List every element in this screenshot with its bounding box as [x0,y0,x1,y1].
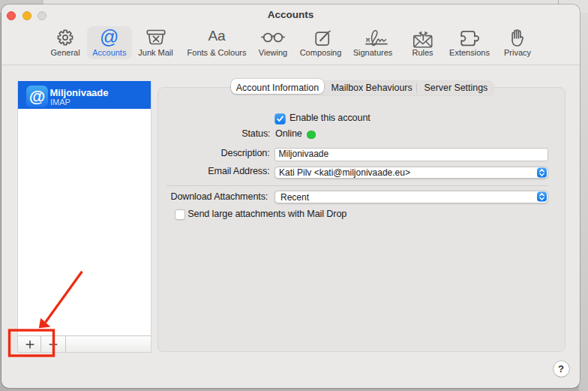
svg-text:@: @ [29,87,45,106]
